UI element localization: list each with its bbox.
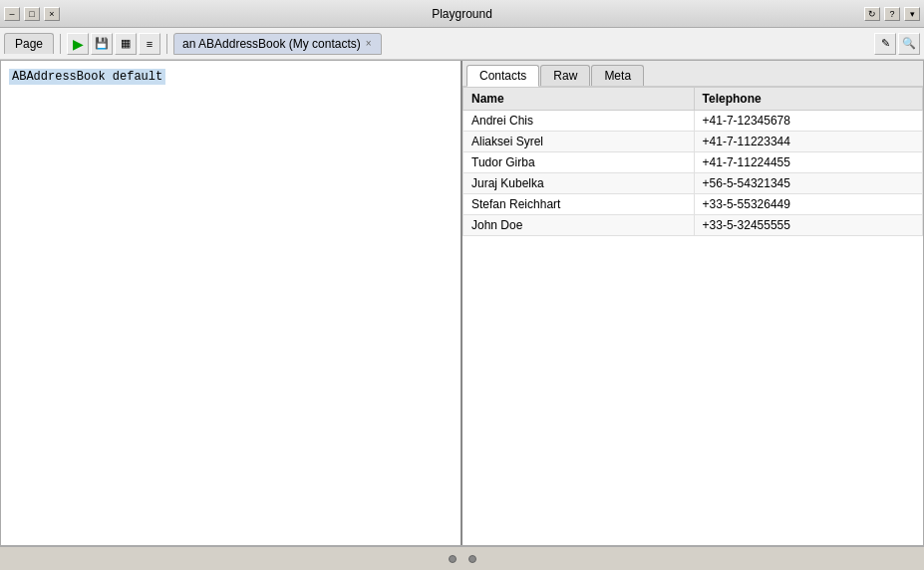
search-button[interactable]: 🔍 [898,33,920,55]
tab-raw[interactable]: Raw [540,65,590,86]
title-right-controls[interactable]: ↻ ? ▾ [864,7,920,21]
right-panel: Contacts Raw Meta Name Telephone Andrei … [462,61,923,545]
run-button[interactable]: ▶ [67,33,89,55]
title-bar: – □ × Playground ↻ ? ▾ [0,0,924,28]
column-telephone: Telephone [694,88,922,111]
table-header-row: Name Telephone [463,88,923,111]
save-button[interactable]: 💾 [91,33,113,55]
menu-button[interactable]: ≡ [139,33,160,55]
table-row: Stefan Reichhart+33-5-55326449 [463,194,923,215]
close-button[interactable]: × [44,7,60,21]
table-row: Aliaksei Syrel+41-7-11223344 [463,132,923,152]
cell-telephone: +41-7-12345678 [694,111,922,132]
grid-button[interactable]: ▦ [115,33,137,55]
cell-telephone: +33-5-55326449 [694,194,922,215]
page-tab[interactable]: Page [4,33,54,54]
cell-telephone: +56-5-54321345 [694,173,922,194]
cell-name: Andrei Chis [463,111,695,132]
restore-button[interactable]: □ [24,7,40,21]
status-dot-1 [449,555,457,563]
table-row: John Doe+33-5-32455555 [463,215,923,236]
cell-name: Stefan Reichhart [463,194,695,215]
status-dot-2 [468,555,476,563]
cell-name: Juraj Kubelka [463,173,695,194]
toolbar-separator-1 [60,34,61,54]
cell-name: John Doe [463,215,695,236]
table-row: Andrei Chis+41-7-12345678 [463,111,923,132]
toolbar-separator-2 [166,34,167,54]
cell-telephone: +41-7-11224455 [694,152,922,173]
code-expression[interactable]: ABAddressBook default [9,69,165,85]
left-panel: ABAddressBook default [1,61,462,545]
window-controls[interactable]: – □ × [4,7,60,21]
cell-name: Tudor Girba [463,152,695,173]
minimize-button[interactable]: – [4,7,20,21]
tab-meta[interactable]: Meta [591,65,644,86]
cell-name: Aliaksei Syrel [463,132,695,152]
main-area: ABAddressBook default Contacts Raw Meta … [0,60,924,546]
window-title: Playground [432,7,492,21]
result-tabs: Contacts Raw Meta [462,61,923,87]
cell-telephone: +41-7-11223344 [694,132,922,152]
status-bar [0,546,924,570]
chevron-down-icon[interactable]: ▾ [904,7,920,21]
result-tab-close[interactable]: × [365,38,373,49]
tab-contacts[interactable]: Contacts [466,65,539,87]
edit-button[interactable]: ✎ [874,33,896,55]
result-tab-label: an ABAddressBook (My contacts) [182,37,361,51]
refresh-icon[interactable]: ↻ [864,7,880,21]
cell-telephone: +33-5-32455555 [694,215,922,236]
table-row: Juraj Kubelka+56-5-54321345 [463,173,923,194]
contacts-table: Name Telephone Andrei Chis+41-7-12345678… [462,87,923,236]
column-name: Name [463,88,695,111]
result-tab[interactable]: an ABAddressBook (My contacts) × [173,33,382,55]
help-icon[interactable]: ? [884,7,900,21]
contacts-table-area: Name Telephone Andrei Chis+41-7-12345678… [462,87,923,545]
toolbar: Page ▶ 💾 ▦ ≡ an ABAddressBook (My contac… [0,28,924,60]
table-row: Tudor Girba+41-7-11224455 [463,152,923,173]
